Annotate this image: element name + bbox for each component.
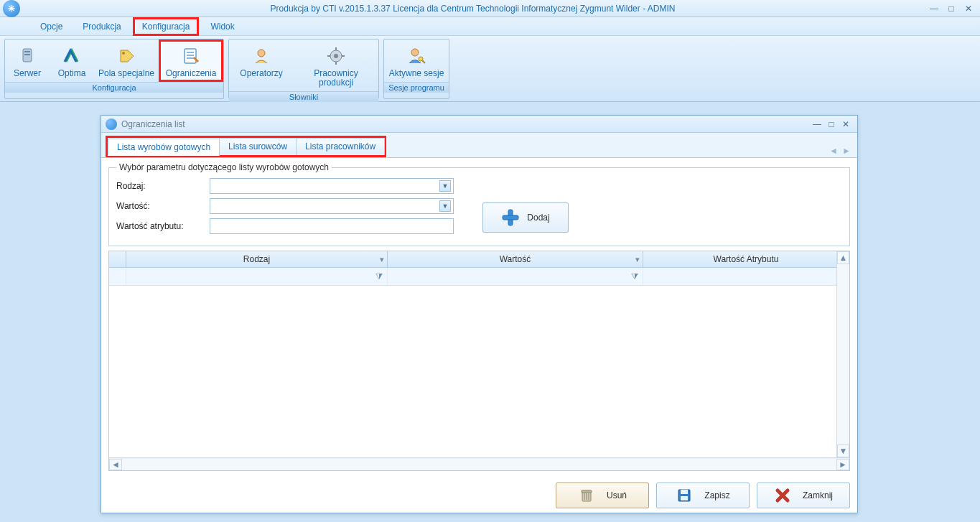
svg-line-17 [422,60,425,63]
grid-filter-rodzaj[interactable]: ⧩ [126,268,388,285]
grid-body[interactable] [109,286,849,457]
maximize-button[interactable]: □ [943,2,960,15]
chevron-down-icon[interactable]: ▼ [439,200,451,212]
ribbon-optima-label: Optima [58,69,86,78]
tabs-nav-right-icon[interactable]: ► [840,144,853,157]
ribbon-aktywne-sesje-label: Aktywne sesje [389,69,444,78]
tabs-highlight-box: Lista wyrobów gotowych Lista surowców Li… [106,136,386,157]
dodaj-button-label: Dodaj [527,213,549,223]
ribbon-operatorzy-label: Operatorzy [240,69,282,78]
params-legend: Wybór parametru dotyczącego listy wyrobó… [116,162,332,172]
menu-konfiguracja[interactable]: Konfiguracja [133,17,200,36]
subwindow-minimize-button[interactable]: — [810,118,824,130]
work-area: Ograniczenia list — □ ✕ Lista wyrobów go… [0,102,980,522]
wartosc-label: Wartość: [116,201,210,211]
scroll-down-icon[interactable]: ▼ [837,444,849,457]
usun-button[interactable]: Usuń [556,483,649,508]
scroll-v-track[interactable] [837,264,849,444]
subwindow-content: Wybór parametru dotyczącego listy wyrobó… [101,158,857,478]
ribbon-pracownicy-label: Pracownicy produkcji [297,69,375,88]
wartosc-atrybutu-input[interactable] [210,218,454,234]
scroll-right-icon[interactable]: ► [836,459,849,470]
ribbon-pracownicy-produkcji[interactable]: Pracownicy produkcji [294,39,378,91]
zapisz-button[interactable]: Zapisz [656,483,750,508]
grid-horizontal-scrollbar[interactable]: ◄ ► [109,457,849,470]
subwindow-maximize-button[interactable]: □ [824,118,839,130]
app-logo-icon: ✳ [3,0,20,17]
svg-rect-27 [681,496,688,500]
subwindow-titlebar: Ograniczenia list — □ ✕ [101,116,857,133]
grid: Rodzaj ▾ Wartość ▾ Wartość Atrybutu ⧩ ⧩ [108,251,850,471]
grid-filter-wartosc-atrybutu[interactable] [643,268,849,285]
operator-icon [250,45,273,67]
menu-widok[interactable]: Widok [202,18,243,35]
dodaj-button[interactable]: Dodaj [482,202,569,233]
ribbon-optima[interactable]: Optima [50,39,94,82]
ribbon-operatorzy[interactable]: Operatorzy [229,39,294,91]
funnel-icon[interactable]: ▾ [380,255,384,264]
svg-rect-21 [582,490,592,493]
menu-opcje[interactable]: Opcje [32,18,71,35]
grid-header-wartosc-label: Wartość [500,254,531,264]
grid-vertical-scrollbar[interactable]: ▲ ▼ [836,251,849,457]
grid-header: Rodzaj ▾ Wartość ▾ Wartość Atrybutu [109,251,849,268]
grid-header-rodzaj-label: Rodzaj [243,254,270,264]
rodzaj-combo[interactable]: ▼ [210,178,454,194]
grid-header-wartosc[interactable]: Wartość ▾ [388,251,643,267]
zamknij-button[interactable]: Zamknij [757,483,850,508]
menu-produkcja[interactable]: Produkcja [74,18,129,35]
minimize-button[interactable]: — [925,2,943,15]
close-icon [774,487,791,504]
app-title: Produkcja by CTI v.2015.1.3.37 Licencja … [20,4,925,14]
ribbon-aktywne-sesje[interactable]: Aktywne sesje [384,39,449,82]
gear-icon [325,45,347,67]
chevron-down-icon[interactable]: ▼ [439,180,451,192]
svg-point-3 [122,52,125,55]
scroll-up-icon[interactable]: ▲ [837,251,849,264]
ribbon-group-sesje: Aktywne sesje Sesje programu [383,39,449,99]
app-titlebar: ✳ Produkcja by CTI v.2015.1.3.37 Licencj… [0,0,980,17]
svg-rect-2 [24,54,30,55]
tab-lista-surowcow[interactable]: Lista surowców [219,138,297,155]
svg-rect-26 [681,490,688,494]
wartosc-combo[interactable]: ▼ [210,198,454,214]
svg-point-15 [411,49,419,56]
scroll-h-track[interactable] [122,459,836,470]
tab-lista-wyrobow-gotowych[interactable]: Lista wyrobów gotowych [108,139,220,156]
subwindow-title: Ograniczenia list [121,119,810,129]
zamknij-button-label: Zamknij [803,490,833,500]
tag-icon [115,45,138,67]
svg-rect-1 [24,51,30,52]
subwindow-close-button[interactable]: ✕ [839,118,853,130]
ribbon-ograniczenia-label: Ograniczenia [166,69,217,78]
tabs-row: Lista wyrobów gotowych Lista surowców Li… [101,133,857,158]
save-icon [676,487,693,504]
grid-filter-wartosc[interactable]: ⧩ [388,268,643,285]
ribbon-group-konfiguracja-label: Konfiguracja [5,82,223,93]
close-button[interactable]: ✕ [960,2,977,15]
funnel-icon: ⧩ [375,271,383,281]
subwindow-bottom-bar: Usuń Zapisz Zamknij [101,478,857,513]
scroll-left-icon[interactable]: ◄ [109,459,122,470]
grid-filter-row: ⧩ ⧩ [109,268,849,286]
ribbon-group-slowniki-label: Słowniki [229,91,378,102]
ribbon-ograniczenia[interactable]: Ograniczenia [159,39,223,82]
grid-header-wartosc-atrybutu-label: Wartość Atrybutu [714,254,779,264]
grid-header-rodzaj[interactable]: Rodzaj ▾ [126,251,388,267]
svg-rect-19 [503,215,518,220]
funnel-icon: ⧩ [631,271,638,281]
ribbon-serwer-label: Serwer [14,69,41,78]
ribbon-pola-specjalne-label: Pola specjalne [98,69,154,78]
ribbon-group-slowniki: Operatorzy Pracownicy produkcji Słowniki [228,39,379,99]
grid-filter-selector[interactable] [109,268,126,285]
grid-header-selector[interactable] [109,251,126,267]
ribbon-pola-specjalne[interactable]: Pola specjalne [94,39,159,82]
params-fieldset: Wybór parametru dotyczącego listy wyrobó… [108,162,850,246]
grid-header-wartosc-atrybutu[interactable]: Wartość Atrybutu [643,251,849,267]
svg-point-10 [334,54,338,58]
tab-lista-pracownikow[interactable]: Lista pracowników [296,138,385,155]
ribbon-serwer[interactable]: Serwer [5,39,50,82]
ribbon-group-sesje-label: Sesje programu [384,82,449,93]
tabs-nav-left-icon[interactable]: ◄ [827,144,840,157]
funnel-icon[interactable]: ▾ [635,255,640,264]
